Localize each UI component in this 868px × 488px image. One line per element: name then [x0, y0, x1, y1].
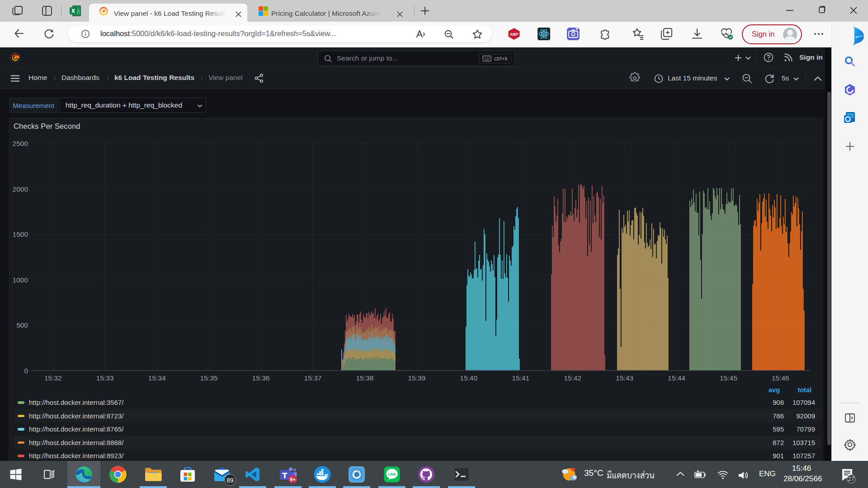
svg-text:15:41: 15:41: [512, 374, 529, 382]
svg-text:15:40: 15:40: [460, 374, 477, 382]
svg-text:1500: 1500: [13, 230, 28, 238]
svg-text:ABP: ABP: [510, 32, 518, 37]
svg-text:15:43: 15:43: [616, 374, 633, 382]
svg-text:1000: 1000: [13, 276, 28, 284]
svg-text:500: 500: [16, 321, 28, 329]
svg-text:0: 0: [24, 367, 28, 375]
svg-text:2000: 2000: [13, 185, 28, 193]
svg-text:27: 27: [848, 476, 854, 482]
svg-text:15:46: 15:46: [772, 374, 789, 382]
svg-text:15:42: 15:42: [564, 374, 581, 382]
svg-text:15:32: 15:32: [44, 374, 62, 382]
svg-text:15:34: 15:34: [148, 374, 166, 382]
svg-text:15:33: 15:33: [96, 374, 114, 382]
svg-text:15:35: 15:35: [200, 374, 218, 382]
svg-text:15:38: 15:38: [356, 374, 374, 382]
svg-text:15:45: 15:45: [720, 374, 737, 382]
svg-text:15:44: 15:44: [668, 374, 685, 382]
svg-text:15:36: 15:36: [252, 374, 270, 382]
svg-text:15:39: 15:39: [408, 374, 425, 382]
svg-text:15:37: 15:37: [304, 374, 322, 382]
svg-text:LINE: LINE: [388, 472, 396, 476]
svg-text:2500: 2500: [13, 140, 28, 147]
svg-text:9+: 9+: [289, 477, 295, 482]
